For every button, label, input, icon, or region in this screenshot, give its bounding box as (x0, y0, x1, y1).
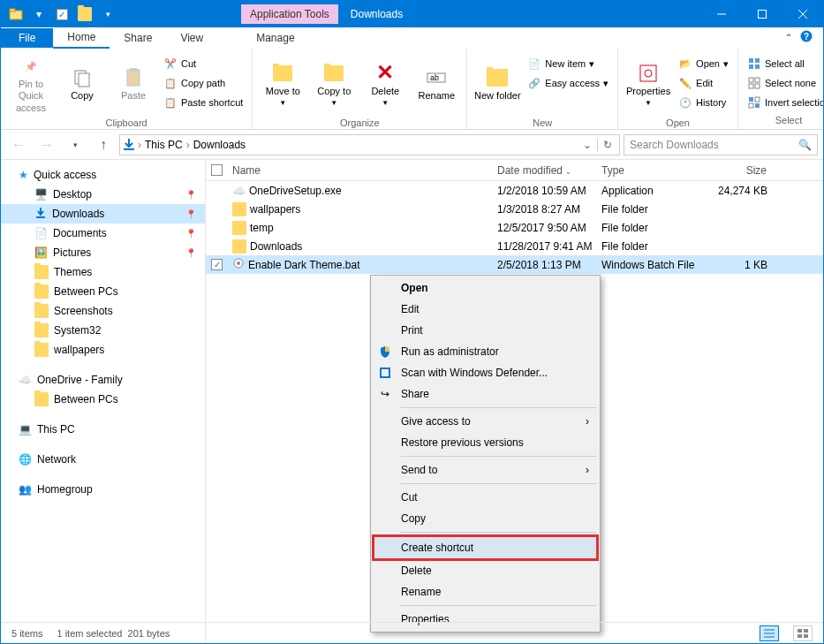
tab-file[interactable]: File (1, 28, 53, 48)
copy-button[interactable]: Copy (57, 54, 107, 116)
properties-button[interactable]: Properties▼ (624, 54, 673, 116)
copy-to-button[interactable]: Copy to▼ (309, 54, 359, 116)
column-date[interactable]: Date modified ⌄ (492, 164, 596, 177)
edit-button[interactable]: ✏️Edit (675, 73, 732, 93)
ctx-scan-defender[interactable]: Scan with Windows Defender... (373, 362, 598, 383)
paste-shortcut-button[interactable]: 📋Paste shortcut (160, 93, 246, 112)
minimize-button[interactable] (701, 1, 742, 27)
search-icon[interactable]: 🔍 (798, 139, 812, 151)
sidebar-desktop[interactable]: 🖥️Desktop📍 (1, 185, 205, 204)
search-input[interactable]: Search Downloads 🔍 (624, 134, 818, 155)
sidebar-quick-access[interactable]: ★Quick access (1, 165, 205, 185)
move-to-button[interactable]: Move to▼ (258, 54, 307, 116)
ctx-open[interactable]: Open (373, 277, 598, 299)
qat-dropdown-icon[interactable]: ▾ (98, 4, 117, 24)
column-type[interactable]: Type (596, 164, 702, 177)
delete-button[interactable]: ✕Delete▼ (360, 54, 410, 116)
select-none-button[interactable]: Select none (744, 73, 824, 93)
ctx-restore-previous[interactable]: Restore previous versions (373, 432, 598, 453)
back-button[interactable]: ← (6, 134, 31, 155)
column-name[interactable]: Name (227, 164, 492, 177)
copy-path-button[interactable]: 📋Copy path (160, 73, 246, 93)
context-tab-application-tools[interactable]: Application Tools (241, 4, 338, 24)
history-button[interactable]: 🕐History (675, 93, 732, 112)
open-button[interactable]: 📂Open ▾ (675, 54, 732, 73)
file-type: Application (596, 185, 702, 197)
sidebar-screenshots[interactable]: Screenshots (1, 301, 205, 321)
forward-button[interactable]: → (34, 134, 59, 155)
cut-button[interactable]: ✂️Cut (160, 54, 246, 73)
help-icon[interactable]: ? (800, 30, 813, 45)
details-view-button[interactable] (760, 625, 779, 641)
chevron-right-icon[interactable]: › (185, 139, 192, 151)
large-icons-view-button[interactable] (793, 625, 813, 641)
file-row[interactable]: temp12/5/2017 9:50 AMFile folder (206, 218, 823, 237)
breadcrumb-downloads[interactable]: Downloads (192, 139, 247, 151)
paste-button[interactable]: Paste (109, 54, 158, 116)
easy-access-button[interactable]: 🔗Easy access ▾ (524, 73, 612, 93)
sidebar-between-pcs[interactable]: Between PCs (1, 282, 205, 301)
file-row[interactable]: wallpapers1/3/2018 8:27 AMFile folder (206, 200, 823, 218)
sidebar-downloads[interactable]: Downloads📍 (1, 204, 205, 224)
explorer-icon (6, 4, 26, 24)
ctx-print[interactable]: Print (373, 320, 598, 341)
ctx-copy[interactable]: Copy (373, 508, 598, 529)
breadcrumb-this-pc[interactable]: This PC (143, 139, 185, 151)
sidebar-onedrive[interactable]: ☁️OneDrive - Family (1, 370, 205, 390)
qat-checkbox-icon[interactable]: ✓ (52, 4, 72, 24)
ctx-create-shortcut[interactable]: Create shortcut (372, 534, 599, 561)
recent-locations-button[interactable]: ▾ (63, 134, 87, 155)
tab-manage[interactable]: Manage (242, 28, 308, 48)
file-row[interactable]: Downloads11/28/2017 9:41 AMFile folder (206, 237, 823, 255)
sidebar-homegroup[interactable]: 👥Homegroup (1, 480, 205, 499)
sidebar-documents[interactable]: 📄Documents📍 (1, 224, 205, 243)
ribbon-collapse-icon[interactable]: ⌃ (784, 32, 793, 44)
ctx-share[interactable]: ↪Share (373, 383, 598, 405)
qat-folder-icon[interactable] (75, 4, 94, 24)
rename-button[interactable]: abRename (412, 54, 461, 116)
ctx-give-access-to[interactable]: Give access to› (373, 411, 598, 432)
ctx-send-to[interactable]: Send to› (373, 459, 598, 481)
column-size[interactable]: Size (702, 164, 773, 177)
sidebar-network[interactable]: 🌐Network (1, 450, 205, 469)
sidebar-this-pc[interactable]: 💻This PC (1, 420, 205, 439)
sidebar-wallpapers[interactable]: wallpapers (1, 340, 205, 360)
sidebar-system32[interactable]: System32 (1, 321, 205, 340)
history-icon: 🕐 (678, 95, 692, 110)
file-row[interactable]: ☁️OneDriveSetup.exe1/2/2018 10:59 AMAppl… (206, 181, 823, 200)
pin-icon: 📍 (185, 190, 196, 200)
sidebar-pictures[interactable]: 🖼️Pictures📍 (1, 243, 205, 262)
row-checkbox[interactable]: ✓ (211, 259, 223, 270)
ctx-delete[interactable]: Delete (373, 560, 598, 581)
file-size: 24,274 KB (702, 185, 773, 197)
tab-share[interactable]: Share (110, 28, 166, 48)
sidebar-themes[interactable]: Themes (1, 262, 205, 282)
close-button[interactable] (782, 1, 823, 27)
folder-icon (34, 265, 49, 279)
chevron-right-icon[interactable]: › (136, 139, 143, 151)
file-name: Enable Dark Theme.bat (248, 259, 360, 271)
select-all-checkbox[interactable] (206, 164, 227, 176)
refresh-icon[interactable]: ↻ (597, 139, 617, 151)
qat-arrow-down-icon[interactable]: ▾ (29, 4, 49, 24)
sidebar-between-pcs2[interactable]: Between PCs (1, 390, 205, 409)
invert-selection-button[interactable]: Invert selection (744, 93, 824, 112)
file-row[interactable]: ✓Enable Dark Theme.bat2/5/2018 1:13 PMWi… (206, 255, 823, 274)
select-all-button[interactable]: Select all (744, 54, 824, 73)
new-item-button[interactable]: 📄New item ▾ (524, 54, 612, 73)
up-button[interactable]: ↑ (91, 134, 116, 155)
pin-to-quick-access-button[interactable]: 📌 Pin to Quick access (6, 54, 56, 116)
tab-view[interactable]: View (166, 28, 217, 48)
ctx-edit[interactable]: Edit (373, 299, 598, 320)
rename-icon: ab (426, 67, 447, 88)
address-dropdown-icon[interactable]: ⌄ (578, 139, 597, 151)
onedrive-icon: ☁️ (19, 374, 32, 386)
new-folder-button[interactable]: New folder (472, 54, 522, 116)
svg-rect-29 (36, 216, 45, 218)
maximize-button[interactable] (742, 1, 782, 27)
ctx-rename[interactable]: Rename (373, 581, 598, 602)
address-bar[interactable]: › This PC › Downloads ⌄ ↻ (119, 134, 620, 155)
tab-home[interactable]: Home (53, 27, 110, 49)
ctx-cut[interactable]: Cut (373, 487, 598, 508)
ctx-run-as-admin[interactable]: Run as administrator (373, 341, 598, 362)
